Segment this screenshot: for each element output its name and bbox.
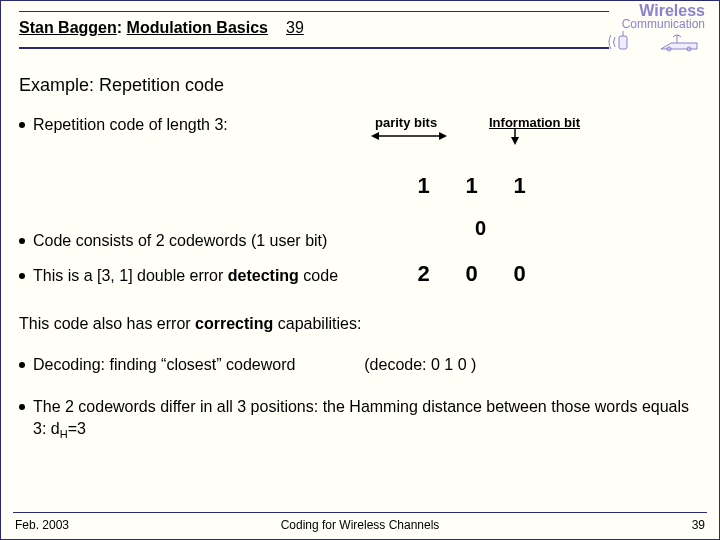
bullet-icon [19, 362, 25, 368]
header-rule [19, 47, 609, 49]
header: Stan Baggen: Modulation Basics 39 Wirele… [1, 1, 719, 63]
bullet-text: Code consists of 2 codewords (1 user bit… [33, 232, 327, 249]
header-rule-top [19, 11, 609, 12]
label-parity: parity bits [375, 115, 437, 130]
cw2-bit3: 0 [496, 261, 544, 287]
codeword-block: parity bits Information bit 111 200 0 [341, 113, 621, 313]
svg-marker-9 [511, 137, 519, 145]
bullet-text-pre: The 2 codewords differ in all 3 position… [33, 398, 689, 437]
label-info: Information bit [489, 115, 580, 130]
bullet-sub: H [60, 428, 68, 440]
author-name: Stan Baggen [19, 19, 117, 36]
cw1-bit2: 1 [448, 173, 496, 199]
footer-title: Coding for Wireless Channels [1, 518, 719, 532]
codeword-row-1: 111 [363, 147, 621, 225]
codeword-row-2: 200 [363, 235, 621, 313]
cw2-bit1: 2 [400, 261, 448, 287]
svg-rect-0 [619, 36, 627, 49]
antenna-icon [605, 31, 705, 53]
cw1-bit1: 1 [400, 173, 448, 199]
bullet-decoding: Decoding: finding “closest” codeword (de… [19, 354, 701, 376]
bullet-text-post: code [299, 267, 338, 284]
logo-text: Wireless Communication [605, 5, 705, 30]
cw2-bit2: 0 [448, 261, 496, 287]
cw1-bit3: 1 [496, 173, 544, 199]
decode-example: (decode: 0 1 0 ) [364, 356, 476, 373]
para-correcting: This code also has error correcting capa… [19, 313, 701, 335]
svg-marker-6 [371, 132, 379, 140]
bullet-icon [19, 273, 25, 279]
footer-rule [13, 512, 707, 513]
bullet-text-post: =3 [68, 420, 86, 437]
bullet-hamming: The 2 codewords differ in all 3 position… [19, 396, 701, 442]
footer: Feb. 2003 Coding for Wireless Channels 3… [1, 512, 719, 536]
code-labels: parity bits Information bit [341, 113, 621, 137]
para-bold: correcting [195, 315, 273, 332]
bullet-icon [19, 404, 25, 410]
slide: Stan Baggen: Modulation Basics 39 Wirele… [0, 0, 720, 540]
arrow-parity-icon [371, 131, 447, 141]
bullet-icon [19, 122, 25, 128]
logo: Wireless Communication [605, 5, 705, 53]
lecture-title: Modulation Basics [127, 19, 268, 36]
stray-zero: 0 [475, 217, 486, 240]
bullet-text: Decoding: finding “closest” codeword [33, 356, 295, 373]
arrow-info-icon [509, 129, 521, 145]
bullet-text: Repetition code of length 3: [33, 116, 228, 133]
para-post: capabilities: [273, 315, 361, 332]
logo-line2: Communication [622, 17, 705, 31]
header-author: Stan Baggen: Modulation Basics [19, 19, 268, 37]
footer-page: 39 [692, 518, 705, 532]
bullet-text-pre: This is a [3, 1] double error [33, 267, 228, 284]
svg-marker-7 [439, 132, 447, 140]
bullet-icon [19, 238, 25, 244]
para-pre: This code also has error [19, 315, 195, 332]
header-page-number: 39 [286, 19, 304, 37]
bullet-text-bold: detecting [228, 267, 299, 284]
example-title: Example: Repetition code [1, 63, 719, 100]
